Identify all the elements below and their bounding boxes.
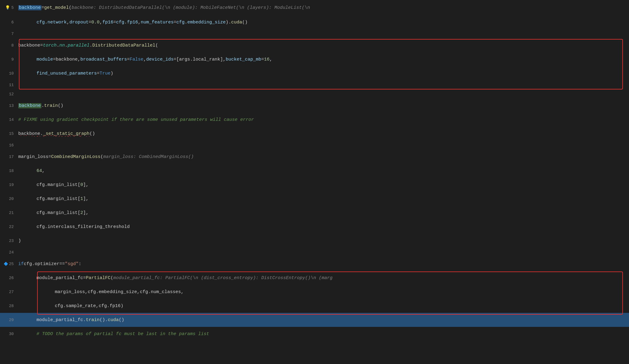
line-number-7: 7 (0, 29, 17, 38)
line-number-24: 24 (0, 248, 17, 257)
code-editor: 💡5 backbone = get_model ( backbone: Dist… (0, 0, 629, 364)
code-line-21: 21 cfg . margin_list [ 2 ] , (0, 206, 629, 220)
code-line-28: 28 cfg . sample_rate , cfg . fp16 ) (0, 299, 629, 313)
line-number-13: 13 (0, 99, 17, 113)
code-line-23: 23 ) (0, 234, 629, 248)
line-number-19: 19 (0, 178, 17, 192)
code-line-22: 22 cfg . interclass_filtering_threshold (0, 220, 629, 234)
code-line-16: 16 (0, 141, 629, 150)
code-line-25: 🔷25 if cfg . optimizer == "sgd" : (0, 257, 629, 271)
line-number-11: 11 (0, 80, 17, 89)
line-number-16: 16 (0, 141, 17, 150)
line-number-14: 14 (0, 113, 17, 127)
line-number-27: 27 (0, 285, 17, 299)
code-line-24: 24 (0, 248, 629, 257)
code-line-9: 9 module = backbone , broadcast_buffers … (0, 52, 629, 66)
line-number-18: 18 (0, 164, 17, 178)
line-number-26: 26 (0, 271, 17, 285)
code-line-20: 20 cfg . margin_list [ 1 ] , (0, 192, 629, 206)
code-line-26: 26 module_partial_fc = PartialFC ( modul… (0, 271, 629, 285)
line-number-21: 21 (0, 206, 17, 220)
line-number-5: 💡5 (0, 0, 17, 15)
code-line-6: 6 cfg . network , dropout = 0.0 , fp16 =… (0, 15, 629, 29)
code-line-19: 19 cfg . margin_list [ 0 ] , (0, 178, 629, 192)
code-line-27: 27 margin_loss , cfg . embedding_size , … (0, 285, 629, 299)
code-line-8: 8 backbone = torch . nn . parallel . Dis… (0, 38, 629, 52)
code-line-18: 18 64 , (0, 164, 629, 178)
code-line-14: 14 # FIXME using gradient checkpoint if … (0, 113, 629, 127)
code-line-12: 12 (0, 89, 629, 99)
line-number-10: 10 (0, 66, 17, 80)
code-line-5: 💡5 backbone = get_model ( backbone: Dist… (0, 0, 629, 15)
line-number-8: 8 (0, 38, 17, 52)
backbone-var-highlight2: backbone (18, 103, 41, 108)
code-line-7: 7 (0, 29, 629, 38)
line-number-30: 30 (0, 327, 17, 341)
line-number-22: 22 (0, 220, 17, 234)
line-number-12: 12 (0, 89, 17, 99)
line-number-20: 20 (0, 192, 17, 206)
backbone-var-highlight: backbone (18, 5, 41, 10)
line-number-28: 28 (0, 299, 17, 313)
code-line-10: 10 find_unused_parameters = True ) (0, 66, 629, 80)
code-line-17: 17 margin_loss = CombinedMarginLoss ( ma… (0, 150, 629, 164)
line-number-9: 9 (0, 52, 17, 66)
code-line-11: 11 (0, 80, 629, 89)
line-number-25: 🔷25 (0, 257, 17, 271)
line-number-23: 23 (0, 234, 17, 248)
red-box-2-container: 26 module_partial_fc = PartialFC ( modul… (0, 271, 629, 313)
code-line-30: 30 # TODO the params of partial fc must … (0, 327, 629, 341)
line-number-29: 29 (0, 313, 17, 327)
code-line-29: 29 module_partial_fc . train (). cuda () (0, 313, 629, 327)
code-line-15: 15 backbone . _set_static_graph () (0, 127, 629, 141)
red-box-1-container: 8 backbone = torch . nn . parallel . Dis… (0, 38, 629, 89)
code-line-13: 13 backbone . train () (0, 99, 629, 113)
line-number-6: 6 (0, 15, 17, 29)
line-number-15: 15 (0, 127, 17, 141)
line-number-17: 17 (0, 150, 17, 164)
